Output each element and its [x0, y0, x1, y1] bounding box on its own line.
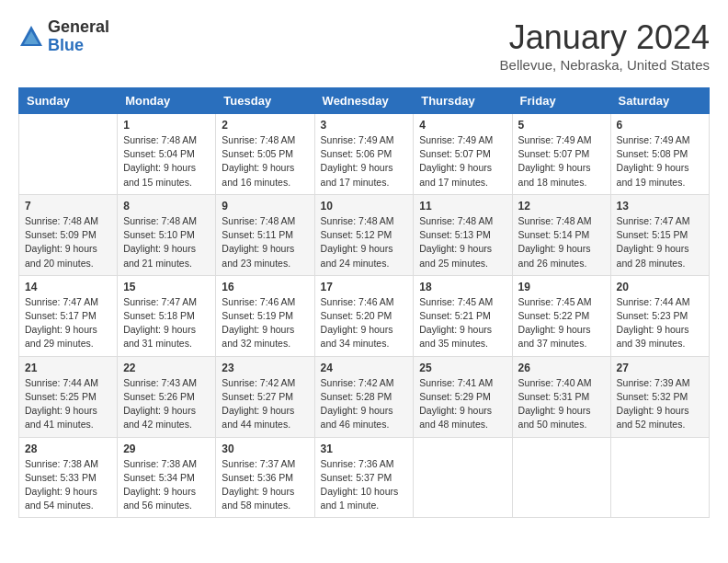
- calendar-cell: 29 Sunrise: 7:38 AMSunset: 5:34 PMDaylig…: [118, 437, 216, 518]
- day-number: 19: [518, 281, 605, 293]
- day-number: 24: [321, 362, 408, 374]
- weekday-header-saturday: Saturday: [610, 88, 709, 114]
- calendar-cell: 20 Sunrise: 7:44 AMSunset: 5:23 PMDaylig…: [610, 275, 709, 356]
- day-number: 23: [222, 362, 308, 374]
- cell-content: Sunrise: 7:47 AMSunset: 5:18 PMDaylight:…: [123, 296, 197, 350]
- cell-content: Sunrise: 7:48 AMSunset: 5:09 PMDaylight:…: [25, 215, 98, 269]
- calendar-cell: 14 Sunrise: 7:47 AMSunset: 5:17 PMDaylig…: [19, 275, 118, 356]
- calendar-cell: 30 Sunrise: 7:37 AMSunset: 5:36 PMDaylig…: [216, 437, 314, 518]
- day-number: 4: [419, 119, 506, 132]
- day-number: 28: [25, 442, 111, 455]
- day-number: 1: [123, 119, 210, 132]
- calendar-cell: 5 Sunrise: 7:49 AMSunset: 5:07 PMDayligh…: [512, 114, 610, 195]
- cell-content: Sunrise: 7:48 AMSunset: 5:10 PMDaylight:…: [123, 215, 197, 269]
- day-number: 9: [222, 200, 308, 213]
- month-title: January 2024: [500, 18, 710, 57]
- week-row-4: 21 Sunrise: 7:44 AMSunset: 5:25 PMDaylig…: [19, 356, 710, 437]
- calendar-cell: 23 Sunrise: 7:42 AMSunset: 5:27 PMDaylig…: [216, 356, 314, 437]
- calendar-cell: [414, 437, 512, 518]
- day-number: 29: [123, 442, 210, 455]
- logo: General Blue: [18, 18, 109, 55]
- weekday-header-thursday: Thursday: [414, 88, 512, 114]
- calendar-cell: [610, 437, 709, 518]
- cell-content: Sunrise: 7:41 AMSunset: 5:29 PMDaylight:…: [419, 377, 493, 431]
- cell-content: Sunrise: 7:45 AMSunset: 5:22 PMDaylight:…: [518, 296, 592, 350]
- cell-content: Sunrise: 7:39 AMSunset: 5:32 PMDaylight:…: [617, 377, 690, 431]
- calendar-cell: 13 Sunrise: 7:47 AMSunset: 5:15 PMDaylig…: [610, 194, 709, 275]
- location: Bellevue, Nebraska, United States: [500, 57, 710, 73]
- cell-content: Sunrise: 7:40 AMSunset: 5:31 PMDaylight:…: [518, 377, 592, 431]
- calendar-cell: 17 Sunrise: 7:46 AMSunset: 5:20 PMDaylig…: [314, 275, 414, 356]
- cell-content: Sunrise: 7:45 AMSunset: 5:21 PMDaylight:…: [419, 296, 493, 350]
- calendar-cell: 27 Sunrise: 7:39 AMSunset: 5:32 PMDaylig…: [610, 356, 709, 437]
- calendar-cell: 7 Sunrise: 7:48 AMSunset: 5:09 PMDayligh…: [19, 194, 118, 275]
- calendar-cell: 19 Sunrise: 7:45 AMSunset: 5:22 PMDaylig…: [512, 275, 610, 356]
- logo-general-text: General: [48, 18, 109, 37]
- calendar-cell: 16 Sunrise: 7:46 AMSunset: 5:19 PMDaylig…: [216, 275, 314, 356]
- day-number: 21: [25, 362, 111, 374]
- cell-content: Sunrise: 7:48 AMSunset: 5:04 PMDaylight:…: [123, 134, 197, 188]
- day-number: 10: [321, 200, 408, 213]
- day-number: 8: [123, 200, 210, 213]
- week-row-1: 1 Sunrise: 7:48 AMSunset: 5:04 PMDayligh…: [19, 114, 710, 195]
- calendar-cell: 3 Sunrise: 7:49 AMSunset: 5:06 PMDayligh…: [314, 114, 414, 195]
- header: General Blue January 2024 Bellevue, Nebr…: [18, 18, 710, 73]
- day-number: 13: [617, 200, 703, 213]
- calendar-cell: 4 Sunrise: 7:49 AMSunset: 5:07 PMDayligh…: [414, 114, 512, 195]
- cell-content: Sunrise: 7:47 AMSunset: 5:17 PMDaylight:…: [25, 296, 98, 350]
- day-number: 20: [617, 281, 703, 293]
- cell-content: Sunrise: 7:49 AMSunset: 5:07 PMDaylight:…: [518, 134, 592, 188]
- cell-content: Sunrise: 7:42 AMSunset: 5:27 PMDaylight:…: [222, 377, 295, 431]
- weekday-header-tuesday: Tuesday: [216, 88, 314, 114]
- day-number: 16: [222, 281, 308, 293]
- calendar-cell: 6 Sunrise: 7:49 AMSunset: 5:08 PMDayligh…: [610, 114, 709, 195]
- week-row-2: 7 Sunrise: 7:48 AMSunset: 5:09 PMDayligh…: [19, 194, 710, 275]
- calendar-cell: 28 Sunrise: 7:38 AMSunset: 5:33 PMDaylig…: [19, 437, 118, 518]
- cell-content: Sunrise: 7:48 AMSunset: 5:12 PMDaylight:…: [321, 215, 394, 269]
- calendar-cell: 31 Sunrise: 7:36 AMSunset: 5:37 PMDaylig…: [314, 437, 414, 518]
- calendar-cell: [512, 437, 610, 518]
- cell-content: Sunrise: 7:46 AMSunset: 5:20 PMDaylight:…: [321, 296, 394, 350]
- weekday-header-sunday: Sunday: [19, 88, 118, 114]
- week-row-3: 14 Sunrise: 7:47 AMSunset: 5:17 PMDaylig…: [19, 275, 710, 356]
- logo-blue-text: Blue: [48, 37, 109, 55]
- day-number: 6: [617, 119, 703, 132]
- calendar-cell: 10 Sunrise: 7:48 AMSunset: 5:12 PMDaylig…: [314, 194, 414, 275]
- cell-content: Sunrise: 7:46 AMSunset: 5:19 PMDaylight:…: [222, 296, 295, 350]
- day-number: 12: [518, 200, 605, 213]
- calendar-cell: 22 Sunrise: 7:43 AMSunset: 5:26 PMDaylig…: [118, 356, 216, 437]
- cell-content: Sunrise: 7:42 AMSunset: 5:28 PMDaylight:…: [321, 377, 394, 431]
- calendar-cell: 2 Sunrise: 7:48 AMSunset: 5:05 PMDayligh…: [216, 114, 314, 195]
- calendar-cell: 25 Sunrise: 7:41 AMSunset: 5:29 PMDaylig…: [414, 356, 512, 437]
- calendar: SundayMondayTuesdayWednesdayThursdayFrid…: [18, 87, 710, 518]
- cell-content: Sunrise: 7:49 AMSunset: 5:08 PMDaylight:…: [617, 134, 690, 188]
- cell-content: Sunrise: 7:43 AMSunset: 5:26 PMDaylight:…: [123, 377, 197, 431]
- cell-content: Sunrise: 7:48 AMSunset: 5:14 PMDaylight:…: [518, 215, 592, 269]
- cell-content: Sunrise: 7:38 AMSunset: 5:33 PMDaylight:…: [25, 458, 98, 511]
- day-number: 11: [419, 200, 506, 213]
- day-number: 26: [518, 362, 605, 374]
- week-row-5: 28 Sunrise: 7:38 AMSunset: 5:33 PMDaylig…: [19, 437, 710, 518]
- day-number: 31: [321, 442, 408, 455]
- cell-content: Sunrise: 7:49 AMSunset: 5:06 PMDaylight:…: [321, 134, 394, 188]
- calendar-cell: 24 Sunrise: 7:42 AMSunset: 5:28 PMDaylig…: [314, 356, 414, 437]
- cell-content: Sunrise: 7:44 AMSunset: 5:25 PMDaylight:…: [25, 377, 98, 431]
- day-number: 27: [617, 362, 703, 374]
- cell-content: Sunrise: 7:47 AMSunset: 5:15 PMDaylight:…: [617, 215, 690, 269]
- calendar-cell: 11 Sunrise: 7:48 AMSunset: 5:13 PMDaylig…: [414, 194, 512, 275]
- calendar-cell: 12 Sunrise: 7:48 AMSunset: 5:14 PMDaylig…: [512, 194, 610, 275]
- calendar-cell: 18 Sunrise: 7:45 AMSunset: 5:21 PMDaylig…: [414, 275, 512, 356]
- day-number: 14: [25, 281, 111, 293]
- cell-content: Sunrise: 7:49 AMSunset: 5:07 PMDaylight:…: [419, 134, 493, 188]
- day-number: 18: [419, 281, 506, 293]
- day-number: 2: [222, 119, 308, 132]
- day-number: 3: [321, 119, 408, 132]
- day-number: 15: [123, 281, 210, 293]
- cell-content: Sunrise: 7:44 AMSunset: 5:23 PMDaylight:…: [617, 296, 690, 350]
- weekday-header-row: SundayMondayTuesdayWednesdayThursdayFrid…: [19, 88, 710, 114]
- day-number: 17: [321, 281, 408, 293]
- calendar-cell: [19, 114, 118, 195]
- cell-content: Sunrise: 7:48 AMSunset: 5:11 PMDaylight:…: [222, 215, 295, 269]
- title-area: January 2024 Bellevue, Nebraska, United …: [500, 18, 710, 73]
- cell-content: Sunrise: 7:38 AMSunset: 5:34 PMDaylight:…: [123, 458, 197, 511]
